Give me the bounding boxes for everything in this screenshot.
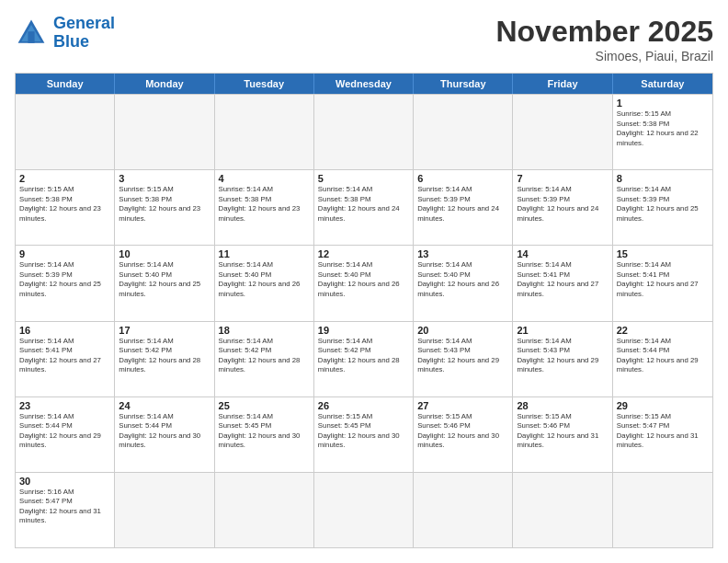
- day-info: Sunrise: 5:15 AM Sunset: 5:47 PM Dayligh…: [617, 412, 709, 451]
- day-info: Sunrise: 5:15 AM Sunset: 5:38 PM Dayligh…: [119, 185, 210, 224]
- calendar-subtitle: Simoes, Piaui, Brazil: [495, 49, 713, 63]
- day-info: Sunrise: 5:14 AM Sunset: 5:45 PM Dayligh…: [219, 412, 310, 451]
- day-number: 22: [617, 325, 709, 336]
- calendar-cell-0-4: [414, 95, 513, 169]
- day-number: 2: [19, 173, 110, 184]
- logo-icon: [15, 17, 48, 50]
- day-number: 8: [617, 173, 709, 184]
- calendar-cell-3-5: 21Sunrise: 5:14 AM Sunset: 5:43 PM Dayli…: [513, 322, 612, 396]
- header-day-monday: Monday: [115, 74, 214, 94]
- calendar-cell-2-5: 14Sunrise: 5:14 AM Sunset: 5:41 PM Dayli…: [513, 246, 612, 320]
- calendar: SundayMondayTuesdayWednesdayThursdayFrid…: [15, 73, 713, 548]
- day-number: 4: [219, 173, 310, 184]
- day-number: 18: [219, 325, 310, 336]
- day-number: 28: [517, 400, 608, 411]
- day-number: 5: [318, 173, 409, 184]
- day-number: 16: [19, 325, 110, 336]
- day-number: 24: [119, 400, 210, 411]
- day-number: 30: [19, 476, 110, 487]
- day-info: Sunrise: 5:14 AM Sunset: 5:41 PM Dayligh…: [19, 337, 110, 375]
- day-number: 1: [617, 98, 709, 109]
- day-info: Sunrise: 5:14 AM Sunset: 5:41 PM Dayligh…: [517, 260, 608, 299]
- day-info: Sunrise: 5:14 AM Sunset: 5:40 PM Dayligh…: [417, 260, 508, 299]
- calendar-cell-3-3: 19Sunrise: 5:14 AM Sunset: 5:42 PM Dayli…: [314, 322, 414, 396]
- calendar-week-0: 1Sunrise: 5:15 AM Sunset: 5:38 PM Daylig…: [16, 94, 712, 169]
- header-day-sunday: Sunday: [16, 74, 115, 94]
- day-info: Sunrise: 5:14 AM Sunset: 5:41 PM Dayligh…: [617, 260, 709, 299]
- calendar-cell-1-0: 2Sunrise: 5:15 AM Sunset: 5:38 PM Daylig…: [16, 170, 115, 245]
- calendar-cell-5-0: 30Sunrise: 5:16 AM Sunset: 5:47 PM Dayli…: [16, 473, 115, 547]
- calendar-cell-2-3: 12Sunrise: 5:14 AM Sunset: 5:40 PM Dayli…: [314, 246, 414, 320]
- calendar-week-2: 9Sunrise: 5:14 AM Sunset: 5:39 PM Daylig…: [16, 245, 712, 320]
- calendar-cell-2-0: 9Sunrise: 5:14 AM Sunset: 5:39 PM Daylig…: [16, 246, 115, 320]
- day-info: Sunrise: 5:14 AM Sunset: 5:38 PM Dayligh…: [219, 185, 310, 224]
- day-info: Sunrise: 5:14 AM Sunset: 5:39 PM Dayligh…: [617, 185, 709, 224]
- svg-rect-2: [28, 31, 34, 43]
- calendar-cell-1-2: 4Sunrise: 5:14 AM Sunset: 5:38 PM Daylig…: [215, 170, 314, 245]
- day-info: Sunrise: 5:14 AM Sunset: 5:43 PM Dayligh…: [417, 337, 508, 375]
- calendar-cell-2-1: 10Sunrise: 5:14 AM Sunset: 5:40 PM Dayli…: [115, 246, 214, 320]
- day-info: Sunrise: 5:14 AM Sunset: 5:44 PM Dayligh…: [119, 412, 210, 451]
- calendar-cell-2-6: 15Sunrise: 5:14 AM Sunset: 5:41 PM Dayli…: [613, 246, 712, 320]
- day-info: Sunrise: 5:14 AM Sunset: 5:42 PM Dayligh…: [318, 337, 409, 375]
- day-info: Sunrise: 5:14 AM Sunset: 5:43 PM Dayligh…: [517, 337, 608, 375]
- calendar-cell-1-6: 8Sunrise: 5:14 AM Sunset: 5:39 PM Daylig…: [613, 170, 712, 245]
- day-number: 25: [219, 400, 310, 411]
- calendar-week-3: 16Sunrise: 5:14 AM Sunset: 5:41 PM Dayli…: [16, 321, 712, 396]
- day-info: Sunrise: 5:14 AM Sunset: 5:42 PM Dayligh…: [119, 337, 210, 375]
- day-info: Sunrise: 5:15 AM Sunset: 5:45 PM Dayligh…: [318, 412, 409, 451]
- calendar-cell-4-2: 25Sunrise: 5:14 AM Sunset: 5:45 PM Dayli…: [215, 397, 314, 472]
- day-number: 13: [417, 248, 508, 259]
- calendar-cell-4-0: 23Sunrise: 5:14 AM Sunset: 5:44 PM Dayli…: [16, 397, 115, 472]
- day-info: Sunrise: 5:14 AM Sunset: 5:40 PM Dayligh…: [219, 260, 310, 299]
- day-info: Sunrise: 5:15 AM Sunset: 5:46 PM Dayligh…: [417, 412, 508, 451]
- calendar-cell-5-2: [215, 473, 314, 547]
- logo-general: General: [53, 14, 115, 32]
- day-info: Sunrise: 5:14 AM Sunset: 5:40 PM Dayligh…: [119, 260, 210, 299]
- calendar-cell-4-3: 26Sunrise: 5:15 AM Sunset: 5:45 PM Dayli…: [314, 397, 414, 472]
- calendar-cell-1-1: 3Sunrise: 5:15 AM Sunset: 5:38 PM Daylig…: [115, 170, 214, 245]
- day-number: 19: [318, 325, 409, 336]
- day-number: 23: [19, 400, 110, 411]
- calendar-cell-5-5: [513, 473, 612, 547]
- day-info: Sunrise: 5:15 AM Sunset: 5:46 PM Dayligh…: [517, 412, 608, 451]
- day-info: Sunrise: 5:14 AM Sunset: 5:44 PM Dayligh…: [19, 412, 110, 451]
- day-info: Sunrise: 5:15 AM Sunset: 5:38 PM Dayligh…: [617, 109, 709, 148]
- calendar-cell-3-0: 16Sunrise: 5:14 AM Sunset: 5:41 PM Dayli…: [16, 322, 115, 396]
- logo: General Blue: [15, 15, 115, 52]
- day-info: Sunrise: 5:15 AM Sunset: 5:38 PM Dayligh…: [19, 185, 110, 224]
- day-number: 17: [119, 325, 210, 336]
- header-day-friday: Friday: [513, 74, 612, 94]
- day-number: 21: [517, 325, 608, 336]
- day-number: 12: [318, 248, 409, 259]
- calendar-cell-1-3: 5Sunrise: 5:14 AM Sunset: 5:38 PM Daylig…: [314, 170, 414, 245]
- day-number: 27: [417, 400, 508, 411]
- calendar-body: 1Sunrise: 5:15 AM Sunset: 5:38 PM Daylig…: [16, 94, 712, 547]
- day-number: 7: [517, 173, 608, 184]
- day-number: 9: [19, 248, 110, 259]
- day-info: Sunrise: 5:14 AM Sunset: 5:39 PM Dayligh…: [19, 260, 110, 299]
- calendar-cell-3-2: 18Sunrise: 5:14 AM Sunset: 5:42 PM Dayli…: [215, 322, 314, 396]
- calendar-cell-5-1: [115, 473, 214, 547]
- day-number: 14: [517, 248, 608, 259]
- calendar-header: SundayMondayTuesdayWednesdayThursdayFrid…: [16, 74, 712, 94]
- calendar-cell-3-6: 22Sunrise: 5:14 AM Sunset: 5:44 PM Dayli…: [613, 322, 712, 396]
- calendar-cell-4-5: 28Sunrise: 5:15 AM Sunset: 5:46 PM Dayli…: [513, 397, 612, 472]
- calendar-cell-0-3: [314, 95, 414, 169]
- calendar-cell-0-6: 1Sunrise: 5:15 AM Sunset: 5:38 PM Daylig…: [613, 95, 712, 169]
- calendar-week-4: 23Sunrise: 5:14 AM Sunset: 5:44 PM Dayli…: [16, 396, 712, 472]
- day-info: Sunrise: 5:14 AM Sunset: 5:38 PM Dayligh…: [318, 185, 409, 224]
- calendar-cell-0-5: [513, 95, 612, 169]
- day-number: 10: [119, 248, 210, 259]
- calendar-cell-4-1: 24Sunrise: 5:14 AM Sunset: 5:44 PM Dayli…: [115, 397, 214, 472]
- day-info: Sunrise: 5:14 AM Sunset: 5:44 PM Dayligh…: [617, 337, 709, 375]
- header-day-saturday: Saturday: [613, 74, 712, 94]
- day-info: Sunrise: 5:14 AM Sunset: 5:42 PM Dayligh…: [219, 337, 310, 375]
- day-info: Sunrise: 5:14 AM Sunset: 5:39 PM Dayligh…: [517, 185, 608, 224]
- calendar-cell-4-6: 29Sunrise: 5:15 AM Sunset: 5:47 PM Dayli…: [613, 397, 712, 472]
- calendar-cell-0-0: [16, 95, 115, 169]
- day-info: Sunrise: 5:14 AM Sunset: 5:40 PM Dayligh…: [318, 260, 409, 299]
- day-number: 11: [219, 248, 310, 259]
- logo-text: General Blue: [53, 15, 115, 52]
- header-day-wednesday: Wednesday: [314, 74, 414, 94]
